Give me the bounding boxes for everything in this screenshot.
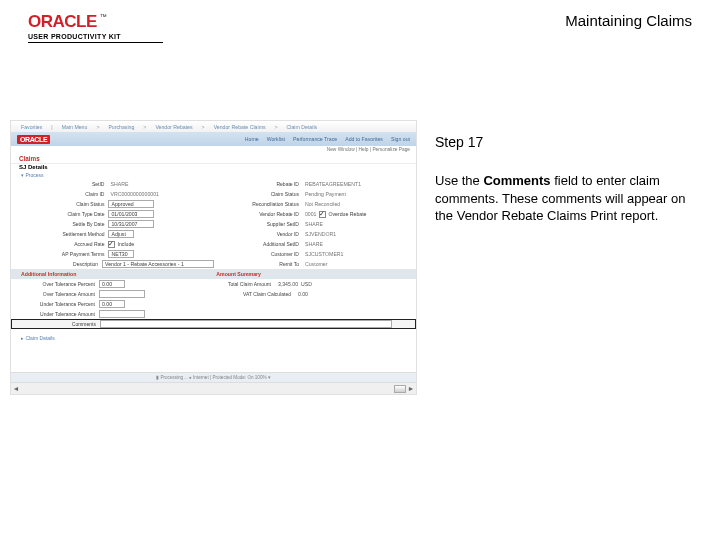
nav-item: Favorites <box>21 124 42 130</box>
checkbox-icon <box>108 241 115 248</box>
app-header-bar: ORACLE Home Worklist Performance Trace A… <box>11 132 416 146</box>
step-label: Step 17 <box>435 134 692 150</box>
oracle-badge: ORACLE <box>17 135 50 144</box>
nav-item: Purchasing <box>108 124 134 130</box>
link-home: Home <box>245 136 259 142</box>
upk-subtitle: USER PRODUCTIVITY KIT <box>28 33 692 40</box>
comments-input[interactable] <box>100 320 392 328</box>
subsection-bar: Additional InformationAmount Summary <box>11 269 416 279</box>
comments-label: Comments <box>20 321 100 327</box>
status-bar: ▮ Processing… ● Internet | Protected Mod… <box>11 372 416 382</box>
claim-form: SetIDSHARE Claim IDVRC0000000000001 Clai… <box>11 179 416 269</box>
link-fav: Add to Favorites <box>345 136 383 142</box>
instruction-text: Use the Comments field to enter claim co… <box>435 172 692 225</box>
nav-item: Claim Details <box>287 124 318 130</box>
process-toggle: Process <box>11 170 416 179</box>
section-claims: Claims <box>11 153 416 164</box>
header-links: Home Worklist Performance Trace Add to F… <box>245 136 410 142</box>
nav-item: Vendor Rebates <box>155 124 192 130</box>
link-perf: Performance Trace <box>293 136 337 142</box>
link-signout: Sign out <box>391 136 410 142</box>
page-title: Maintaining Claims <box>565 12 692 29</box>
breadcrumb: Favorites| Main Menu> Purchasing> Vendor… <box>11 121 416 132</box>
comments-row-highlight[interactable]: Comments <box>11 319 416 329</box>
checkbox-icon <box>319 211 326 218</box>
link-worklist: Worklist <box>267 136 285 142</box>
screenshot-thumbnail: Favorites| Main Menu> Purchasing> Vendor… <box>10 120 417 395</box>
logo-tm: ™ <box>100 13 107 20</box>
claim-details-toggle: Claim Details <box>11 329 416 341</box>
logo-divider <box>28 42 163 43</box>
logo-text: ORACLE <box>28 12 97 32</box>
scroll-right-icon: ► <box>406 385 416 392</box>
nav-item: Main Menu <box>62 124 88 130</box>
h-scrollbar: ◄ ► <box>11 382 416 394</box>
window-tools: New Window | Help | Personalize Page <box>11 146 416 153</box>
scroll-left-icon: ◄ <box>11 385 21 392</box>
nav-item: Vendor Rebate Claims <box>214 124 266 130</box>
scroll-thumb <box>394 385 406 393</box>
